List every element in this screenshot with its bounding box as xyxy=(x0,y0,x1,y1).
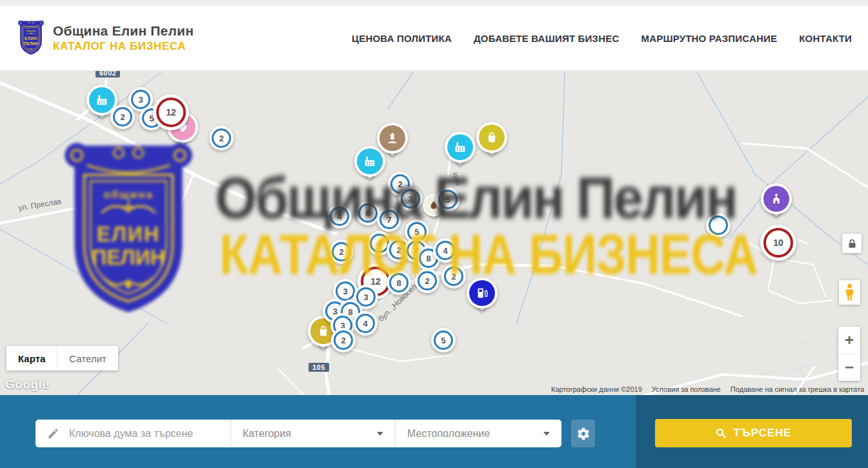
pin-factory[interactable] xyxy=(445,132,476,163)
pencil-icon xyxy=(47,427,59,440)
advanced-search-button[interactable] xyxy=(571,420,595,447)
worker-icon xyxy=(385,131,399,145)
nav-item-0[interactable]: ЦЕНОВА ПОЛИТИКА xyxy=(352,33,452,44)
site-subtitle: КАТАЛОГ НА БИЗНЕСА xyxy=(53,40,194,53)
church-icon xyxy=(769,192,783,206)
factory-icon xyxy=(95,93,109,107)
cluster-marker[interactable]: 2 xyxy=(441,264,466,289)
cluster-marker[interactable]: 5 xyxy=(431,328,456,352)
location-select-value: Местоположение xyxy=(407,428,490,440)
map-type-satellite-button[interactable]: Сателит xyxy=(57,346,118,371)
nav-item-1[interactable]: ДОБАВЕТЕ ВАШИЯТ БИЗНЕС xyxy=(474,33,619,44)
search-bar-right-panel: ТЪРСЕНЕ xyxy=(636,395,868,468)
keyword-section xyxy=(35,420,231,447)
chevron-down-icon xyxy=(543,432,550,436)
cluster-marker[interactable]: 3 xyxy=(398,187,423,211)
bag-icon xyxy=(485,130,499,145)
category-select-value: Категория xyxy=(243,428,291,440)
cluster-marker[interactable]: 10 xyxy=(760,225,796,261)
cluster-marker[interactable] xyxy=(706,213,731,238)
nav-item-2[interactable]: МАРШРУТНО РАЗПИСАНИЕ xyxy=(641,33,777,44)
google-logo[interactable]: Google xyxy=(5,378,49,392)
search-input-group: Категория Местоположение xyxy=(35,420,561,447)
top-strip xyxy=(0,0,868,6)
municipality-crest-logo xyxy=(16,19,46,57)
fuel-icon xyxy=(475,286,489,300)
brand[interactable]: Община Елин Пелин КАТАЛОГ НА БИЗНЕСА xyxy=(16,19,194,57)
factory-icon xyxy=(363,154,377,168)
cluster-marker[interactable]: 4 xyxy=(433,238,458,263)
cluster-marker[interactable]: 2 xyxy=(209,126,234,150)
map-canvas[interactable]: Община Елин Пелин КАТАЛОГ НА БИЗНЕСА Кар… xyxy=(0,71,868,395)
category-select[interactable]: Категория xyxy=(231,420,396,447)
pin-bag[interactable] xyxy=(476,122,507,153)
pin-worker[interactable] xyxy=(377,123,408,154)
cluster-marker[interactable]: 7 xyxy=(377,207,401,232)
map-type-control: Карта Сателит xyxy=(6,346,118,371)
cluster-marker[interactable]: 4 xyxy=(353,311,378,336)
chevron-down-icon xyxy=(377,432,383,436)
lock-button[interactable] xyxy=(842,234,862,253)
location-select[interactable]: Местоположение xyxy=(396,420,561,447)
cluster-marker[interactable]: 2 xyxy=(415,269,439,293)
search-icon xyxy=(715,427,727,439)
road-label: 105 xyxy=(308,363,329,372)
gear-icon xyxy=(576,427,590,441)
factory-icon xyxy=(453,140,467,154)
zoom-out-button[interactable]: − xyxy=(838,354,860,381)
cluster-marker[interactable]: 2 xyxy=(331,328,356,352)
pin-fuel[interactable] xyxy=(467,278,498,309)
bag-icon xyxy=(316,324,330,338)
pegman-button[interactable] xyxy=(839,280,860,305)
cluster-marker[interactable]: 2 xyxy=(110,105,135,129)
road-label: 6002 xyxy=(96,71,120,77)
cluster-marker[interactable]: 2 xyxy=(329,239,354,264)
zoom-in-button[interactable]: + xyxy=(838,327,860,354)
site-title: Община Елин Пелин xyxy=(53,23,194,39)
zoom-control: + − xyxy=(838,327,860,381)
page: Община Елин Пелин КАТАЛОГ НА БИЗНЕСА ЦЕН… xyxy=(0,0,868,468)
search-button-label: ТЪРСЕНЕ xyxy=(733,427,791,440)
search-bar: ТЪРСЕНЕ Категория Местоположение xyxy=(0,395,868,468)
attribution-copyright: Картографски данни ©2019 xyxy=(551,385,642,393)
lock-icon xyxy=(848,239,856,249)
terms-link[interactable]: Условия за ползване xyxy=(652,385,721,393)
search-button[interactable]: ТЪРСЕНЕ xyxy=(655,419,852,447)
header: Община Елин Пелин КАТАЛОГ НА БИЗНЕСА ЦЕН… xyxy=(0,0,868,71)
cluster-marker[interactable]: 5 xyxy=(436,187,460,212)
nav-item-3[interactable]: КОНТАКТИ xyxy=(799,33,852,44)
keyword-input[interactable] xyxy=(68,427,222,440)
pin-church[interactable] xyxy=(761,183,792,214)
main-nav: ЦЕНОВА ПОЛИТИКАДОБАВЕТЕ ВАШИЯТ БИЗНЕСМАР… xyxy=(352,33,852,44)
map-type-map-button[interactable]: Карта xyxy=(6,346,57,371)
cluster-marker[interactable]: 8 xyxy=(387,270,411,295)
cluster-marker[interactable]: 12 xyxy=(153,94,189,130)
map-attribution: Картографски данни ©2019 Условия за полз… xyxy=(551,385,864,393)
report-error-link[interactable]: Подаване на сигнал за грешка в картата xyxy=(731,385,864,393)
cluster-marker[interactable]: 4 xyxy=(327,204,352,229)
pegman-icon xyxy=(845,283,854,301)
